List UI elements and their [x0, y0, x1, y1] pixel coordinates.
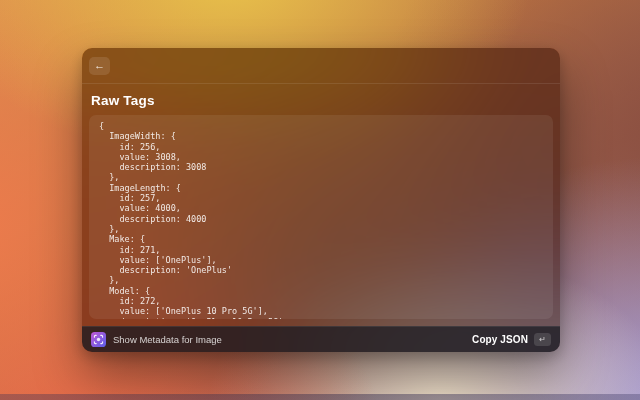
return-key-badge: ↵: [534, 333, 551, 346]
nav-bar: ←: [82, 48, 560, 84]
action-title: Show Metadata for Image: [113, 334, 222, 345]
page-title: Raw Tags: [91, 93, 551, 108]
raw-json-code: { ImageWidth: { id: 256, value: 3008, de…: [99, 121, 543, 319]
action-bar: Show Metadata for Image Copy JSON ↵: [82, 326, 560, 352]
title-row: Raw Tags: [82, 84, 560, 115]
raw-json-panel[interactable]: { ImageWidth: { id: 256, value: 3008, de…: [89, 115, 553, 319]
desktop-bottom-edge: [0, 394, 640, 400]
raw-tags-window: ← Raw Tags { ImageWidth: { id: 256, valu…: [82, 48, 560, 352]
copy-json-label: Copy JSON: [472, 334, 528, 345]
copy-json-button[interactable]: Copy JSON ↵: [472, 333, 551, 346]
back-arrow-icon: ←: [94, 60, 105, 71]
metadata-scan-icon: [91, 332, 106, 347]
back-button[interactable]: ←: [89, 57, 110, 75]
